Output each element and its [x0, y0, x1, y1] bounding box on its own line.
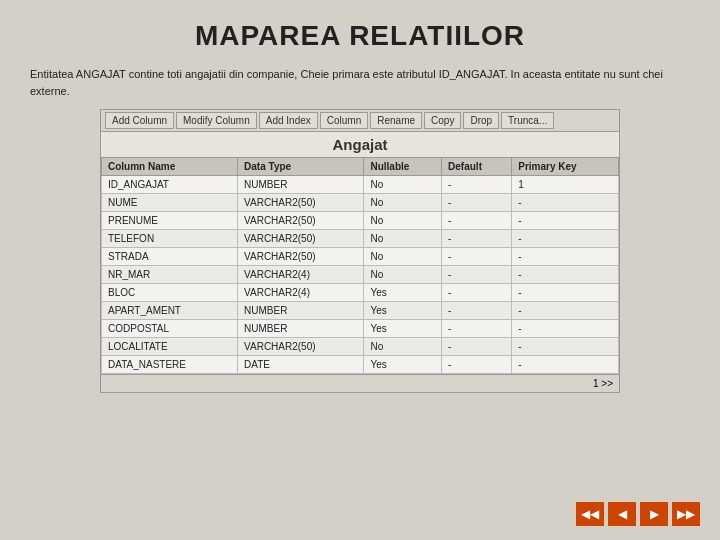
table-cell: DATA_NASTERE	[102, 356, 238, 374]
table-cell: NUMBER	[238, 176, 364, 194]
description-text: Entitatea ANGAJAT contine toti angajatii…	[30, 66, 690, 99]
table-cell: BLOC	[102, 284, 238, 302]
table-cell: VARCHAR2(50)	[238, 338, 364, 356]
nav-prev-btn[interactable]: ◀	[608, 502, 636, 526]
table-cell: -	[512, 248, 619, 266]
column-btn[interactable]: Column	[320, 112, 368, 129]
table-cell: -	[442, 194, 512, 212]
table-cell: -	[512, 212, 619, 230]
table-cell: Yes	[364, 356, 442, 374]
table-cell: STRADA	[102, 248, 238, 266]
modify-column-btn[interactable]: Modify Column	[176, 112, 257, 129]
table-cell: NR_MAR	[102, 266, 238, 284]
table-cell: VARCHAR2(50)	[238, 194, 364, 212]
table-row: PRENUMEVARCHAR2(50)No--	[102, 212, 619, 230]
page-info: 1 >>	[593, 378, 613, 389]
table-cell: No	[364, 230, 442, 248]
table-cell: ID_ANGAJAT	[102, 176, 238, 194]
table-cell: Yes	[364, 302, 442, 320]
col-header-nullable: Nullable	[364, 158, 442, 176]
table-cell: TELEFON	[102, 230, 238, 248]
col-header-default: Default	[442, 158, 512, 176]
table-title: Angajat	[101, 132, 619, 157]
table-cell: -	[442, 320, 512, 338]
table-cell: -	[442, 212, 512, 230]
table-cell: VARCHAR2(50)	[238, 248, 364, 266]
table-cell: -	[442, 176, 512, 194]
table-cell: 1	[512, 176, 619, 194]
table-cell: NUME	[102, 194, 238, 212]
slide: MAPAREA RELATIILOR Entitatea ANGAJAT con…	[0, 0, 720, 540]
table-cell: -	[442, 338, 512, 356]
table-cell: APART_AMENT	[102, 302, 238, 320]
table-cell: -	[442, 302, 512, 320]
table-cell: No	[364, 338, 442, 356]
copy-btn[interactable]: Copy	[424, 112, 461, 129]
table-row: LOCALITATEVARCHAR2(50)No--	[102, 338, 619, 356]
add-column-btn[interactable]: Add Column	[105, 112, 174, 129]
table-cell: -	[442, 248, 512, 266]
table-cell: VARCHAR2(50)	[238, 212, 364, 230]
table-row: BLOCVARCHAR2(4)Yes--	[102, 284, 619, 302]
table-cell: -	[512, 194, 619, 212]
table-cell: -	[512, 338, 619, 356]
table-cell: -	[512, 230, 619, 248]
table-cell: NUMBER	[238, 302, 364, 320]
table-cell: -	[442, 356, 512, 374]
table-row: ID_ANGAJATNUMBERNo-1	[102, 176, 619, 194]
table-cell: -	[442, 266, 512, 284]
table-cell: PRENUME	[102, 212, 238, 230]
table-cell: No	[364, 212, 442, 230]
table-cell: No	[364, 176, 442, 194]
col-header-type: Data Type	[238, 158, 364, 176]
table-cell: CODPOSTAL	[102, 320, 238, 338]
table-cell: VARCHAR2(4)	[238, 284, 364, 302]
table-cell: NUMBER	[238, 320, 364, 338]
table-cell: No	[364, 194, 442, 212]
table-row: DATA_NASTEREDATEYes--	[102, 356, 619, 374]
truncate-btn[interactable]: Trunca...	[501, 112, 554, 129]
nav-last-btn[interactable]: ▶▶	[672, 502, 700, 526]
table-row: CODPOSTALNUMBERYes--	[102, 320, 619, 338]
table-cell: VARCHAR2(4)	[238, 266, 364, 284]
table-row: STRADAVARCHAR2(50)No--	[102, 248, 619, 266]
table-cell: -	[512, 302, 619, 320]
nav-first-btn[interactable]: ◀◀	[576, 502, 604, 526]
table-cell: -	[442, 230, 512, 248]
table-cell: -	[442, 284, 512, 302]
table-cell: -	[512, 284, 619, 302]
table-cell: LOCALITATE	[102, 338, 238, 356]
data-table: Column Name Data Type Nullable Default P…	[101, 157, 619, 374]
table-cell: DATE	[238, 356, 364, 374]
db-panel: Add Column Modify Column Add Index Colum…	[100, 109, 620, 393]
table-cell: No	[364, 266, 442, 284]
table-cell: -	[512, 320, 619, 338]
toolbar: Add Column Modify Column Add Index Colum…	[101, 110, 619, 132]
table-cell: -	[512, 356, 619, 374]
page-title: MAPAREA RELATIILOR	[195, 20, 525, 52]
table-row: TELEFONVARCHAR2(50)No--	[102, 230, 619, 248]
table-cell: VARCHAR2(50)	[238, 230, 364, 248]
pagination: 1 >>	[101, 374, 619, 392]
table-cell: No	[364, 248, 442, 266]
table-cell: Yes	[364, 320, 442, 338]
nav-next-btn[interactable]: ▶	[640, 502, 668, 526]
col-header-name: Column Name	[102, 158, 238, 176]
table-cell: Yes	[364, 284, 442, 302]
col-header-pk: Primary Key	[512, 158, 619, 176]
table-cell: -	[512, 266, 619, 284]
rename-btn[interactable]: Rename	[370, 112, 422, 129]
nav-buttons: ◀◀ ◀ ▶ ▶▶	[576, 502, 700, 526]
add-index-btn[interactable]: Add Index	[259, 112, 318, 129]
table-row: NUMEVARCHAR2(50)No--	[102, 194, 619, 212]
table-row: NR_MARVARCHAR2(4)No--	[102, 266, 619, 284]
table-row: APART_AMENTNUMBERYes--	[102, 302, 619, 320]
drop-btn[interactable]: Drop	[463, 112, 499, 129]
table-header-row: Column Name Data Type Nullable Default P…	[102, 158, 619, 176]
